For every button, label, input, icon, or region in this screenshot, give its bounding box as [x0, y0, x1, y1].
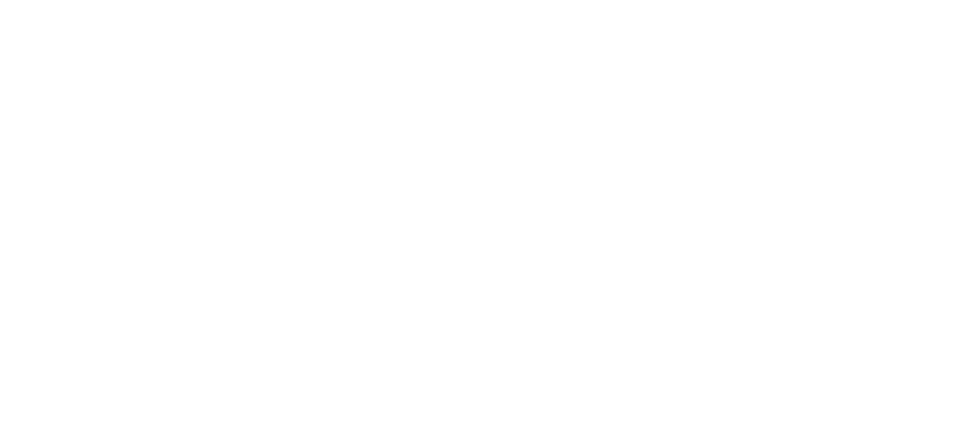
chart-wrapper [21, 14, 959, 29]
